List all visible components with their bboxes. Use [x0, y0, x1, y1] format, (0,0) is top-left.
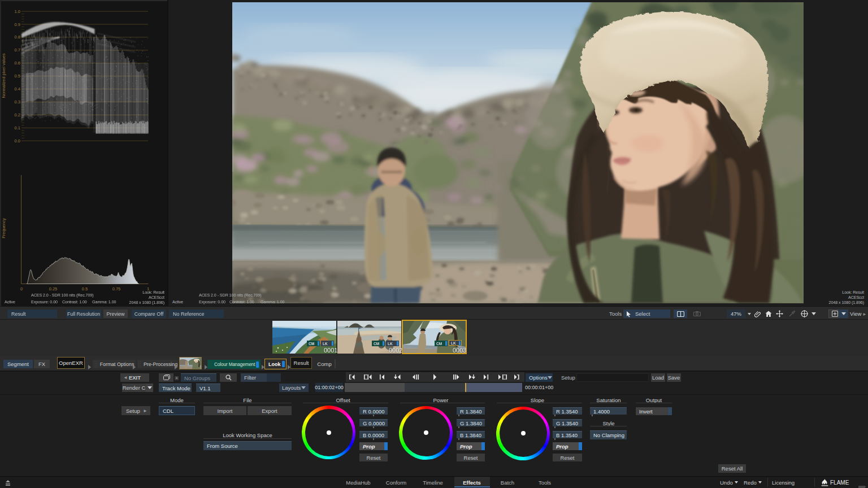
svg-text:Frequency: Frequency [1, 218, 6, 238]
svg-text:0.2: 0.2 [15, 112, 20, 117]
svg-text:0.25: 0.25 [49, 286, 58, 291]
svg-text:0.3: 0.3 [15, 99, 20, 104]
svg-text:0.1: 0.1 [15, 125, 20, 130]
svg-text:0.7: 0.7 [15, 47, 20, 53]
svg-text:1.0: 1.0 [15, 9, 20, 14]
svg-text:0.8: 0.8 [15, 34, 20, 40]
svg-text:0.4: 0.4 [15, 86, 20, 91]
svg-text:0.9: 0.9 [15, 22, 20, 27]
svg-text:Normalized pixel values: Normalized pixel values [1, 53, 6, 98]
svg-text:0.6: 0.6 [15, 60, 20, 66]
svg-text:0.5: 0.5 [82, 286, 88, 291]
svg-text:0: 0 [20, 286, 23, 291]
svg-text:0.0: 0.0 [15, 138, 20, 143]
svg-text:0.5: 0.5 [15, 73, 20, 79]
